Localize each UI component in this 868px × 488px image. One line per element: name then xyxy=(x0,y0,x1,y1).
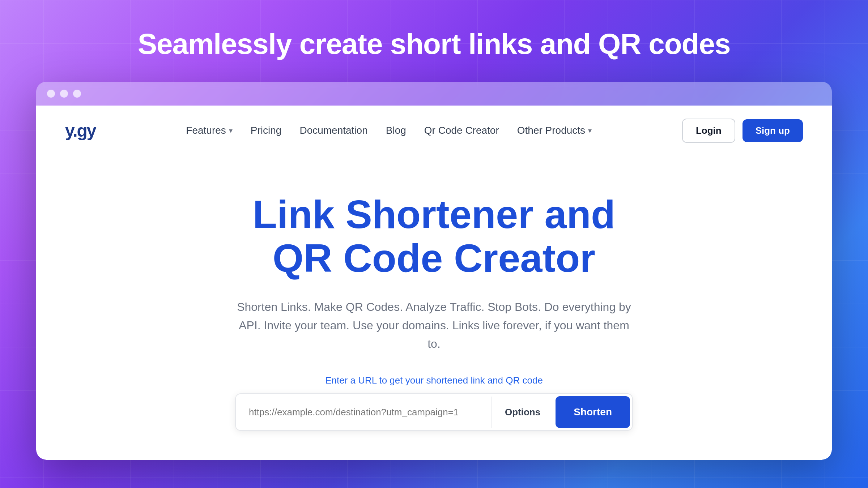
page-wrapper: Seamlessly create short links and QR cod… xyxy=(0,7,868,482)
hero-section: Link Shortener and QR Code Creator Short… xyxy=(36,156,832,460)
nav-link-features[interactable]: Features ▾ xyxy=(186,125,233,136)
browser-body: y.gy Features ▾ Pricing xyxy=(36,106,832,460)
navbar: y.gy Features ▾ Pricing xyxy=(36,106,832,156)
nav-links: Features ▾ Pricing Documentation xyxy=(186,125,592,136)
nav-item-blog[interactable]: Blog xyxy=(386,125,406,136)
browser-dot-red xyxy=(47,90,55,98)
chevron-down-icon: ▾ xyxy=(229,126,233,135)
browser-chrome xyxy=(36,82,832,106)
login-button[interactable]: Login xyxy=(682,119,735,143)
chevron-down-icon-other: ▾ xyxy=(588,126,592,135)
browser-window: y.gy Features ▾ Pricing xyxy=(36,82,832,460)
nav-link-blog[interactable]: Blog xyxy=(386,125,406,136)
nav-link-qr-code-creator[interactable]: Qr Code Creator xyxy=(424,125,499,136)
browser-dot-green xyxy=(73,90,81,98)
hero-subtitle: Shorten Links. Make QR Codes. Analyze Tr… xyxy=(235,298,633,354)
nav-item-qr-code-creator[interactable]: Qr Code Creator xyxy=(424,125,499,136)
browser-dot-yellow xyxy=(60,90,68,98)
nav-item-other-products[interactable]: Other Products ▾ xyxy=(517,125,592,136)
nav-actions: Login Sign up xyxy=(682,119,803,143)
page-hero-title: Seamlessly create short links and QR cod… xyxy=(138,28,731,60)
nav-link-documentation[interactable]: Documentation xyxy=(299,125,367,136)
nav-item-pricing[interactable]: Pricing xyxy=(251,125,282,136)
options-button[interactable]: Options xyxy=(492,397,553,428)
nav-item-documentation[interactable]: Documentation xyxy=(299,125,367,136)
hero-main-title: Link Shortener and QR Code Creator xyxy=(253,192,615,280)
nav-link-other-products[interactable]: Other Products ▾ xyxy=(517,125,592,136)
url-input-container: Options Shorten xyxy=(235,393,633,431)
site-logo[interactable]: y.gy xyxy=(65,121,95,141)
url-input-label: Enter a URL to get your shortened link a… xyxy=(325,375,543,386)
shorten-button[interactable]: Shorten xyxy=(556,396,630,428)
signup-button[interactable]: Sign up xyxy=(743,119,803,142)
nav-link-pricing[interactable]: Pricing xyxy=(251,125,282,136)
nav-item-features[interactable]: Features ▾ xyxy=(186,125,233,136)
url-input[interactable] xyxy=(236,397,492,428)
